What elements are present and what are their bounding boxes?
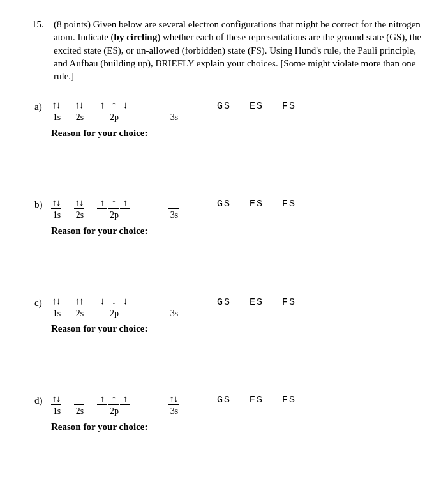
slot-3s: [168, 295, 179, 307]
question-text: (8 points) Given below are several elect…: [54, 18, 422, 82]
label-3s: 3s: [170, 112, 178, 124]
label-1s: 1s: [53, 112, 61, 124]
orbital-line: ↑↓ 1s ↑↑ 2s ↓ ↓ ↓ 2p: [51, 295, 422, 320]
slot-2s: ↑↑: [74, 295, 84, 307]
orbital-3s: 3s: [168, 295, 180, 320]
slot-2p-1: ↑: [97, 197, 107, 209]
slot-1s: ↑↓: [51, 99, 61, 111]
part-label: c): [34, 295, 51, 309]
label-2s: 2s: [76, 308, 84, 320]
orbital-1s: ↑↓ 1s: [51, 197, 63, 222]
question-number: 15.: [32, 18, 54, 82]
label-2p: 2p: [110, 210, 119, 222]
label-2s: 2s: [76, 406, 84, 418]
slot-2s: ↑↓: [74, 99, 84, 111]
orbital-3s: ↑↓ 3s: [168, 393, 180, 418]
part-label: d): [34, 393, 51, 407]
question-block: 15. (8 points) Given below are several e…: [32, 18, 422, 82]
part-a: a) ↑↓ 1s ↑↓ 2s ↑ ↑ ↓ 2p: [34, 99, 422, 139]
label-1s: 1s: [53, 406, 61, 418]
orbital-3s: 3s: [168, 99, 180, 124]
slot-2p-2: ↓: [108, 295, 119, 307]
choice-gs[interactable]: GS: [217, 297, 231, 308]
slot-2p-1: ↓: [97, 295, 107, 307]
orbital-line: ↑↓ 1s 2s ↑ ↑ ↑ 2p ↑↓: [51, 393, 422, 418]
slot-2p-2: ↑: [108, 99, 119, 111]
label-3s: 3s: [170, 308, 178, 320]
orbital-2p: ↓ ↓ ↓ 2p: [97, 295, 131, 320]
label-2p: 2p: [110, 406, 119, 418]
reason-prompt: Reason for your choice:: [51, 420, 422, 433]
slot-3s: [168, 99, 179, 111]
part-label: b): [34, 197, 51, 211]
part-b: b) ↑↓ 1s ↑↓ 2s ↑ ↑ ↑ 2p: [34, 197, 422, 237]
part-c: c) ↑↓ 1s ↑↑ 2s ↓ ↓ ↓ 2p: [34, 295, 422, 335]
slot-2p-1: ↑: [97, 99, 107, 111]
choice-fs[interactable]: FS: [282, 297, 296, 308]
slot-2p-2: ↑: [108, 197, 119, 209]
reason-prompt: Reason for your choice:: [51, 322, 422, 335]
label-2p: 2p: [110, 112, 119, 124]
choice-gs[interactable]: GS: [217, 395, 231, 406]
question-points: (8 points): [54, 19, 91, 29]
slot-2s: ↑↓: [74, 197, 84, 209]
orbital-2s: 2s: [74, 393, 86, 418]
reason-prompt: Reason for your choice:: [51, 126, 422, 139]
orbital-line: ↑↓ 1s ↑↓ 2s ↑ ↑ ↓ 2p: [51, 99, 422, 124]
parts-container: a) ↑↓ 1s ↑↓ 2s ↑ ↑ ↓ 2p: [32, 99, 422, 433]
label-1s: 1s: [53, 308, 61, 320]
slot-3s: ↑↓: [168, 393, 179, 405]
choice-fs[interactable]: FS: [282, 101, 296, 112]
state-choices[interactable]: GS ES FS: [217, 197, 308, 211]
choice-es[interactable]: ES: [250, 101, 264, 112]
slot-2p-3: ↑: [120, 393, 130, 405]
orbital-2p: ↑ ↑ ↑ 2p: [97, 393, 131, 418]
choice-gs[interactable]: GS: [217, 101, 231, 112]
orbital-2p: ↑ ↑ ↓ 2p: [97, 99, 131, 124]
slot-2p-3: ↑: [120, 197, 130, 209]
reason-prompt: Reason for your choice:: [51, 224, 422, 237]
choice-es[interactable]: ES: [250, 395, 264, 406]
label-2s: 2s: [76, 112, 84, 124]
question-bold: by circling: [114, 32, 158, 42]
orbital-3s: 3s: [168, 197, 180, 222]
part-d: d) ↑↓ 1s 2s ↑ ↑ ↑ 2p: [34, 393, 422, 433]
slot-2p-2: ↑: [108, 393, 119, 405]
choice-es[interactable]: ES: [250, 199, 264, 210]
slot-1s: ↑↓: [51, 197, 61, 209]
choice-gs[interactable]: GS: [217, 199, 231, 210]
slot-2s: [74, 393, 84, 405]
state-choices[interactable]: GS ES FS: [217, 295, 308, 309]
choice-fs[interactable]: FS: [282, 199, 296, 210]
label-1s: 1s: [53, 210, 61, 222]
label-2s: 2s: [76, 210, 84, 222]
slot-1s: ↑↓: [51, 295, 61, 307]
state-choices[interactable]: GS ES FS: [217, 99, 308, 113]
label-3s: 3s: [170, 210, 178, 222]
orbital-1s: ↑↓ 1s: [51, 99, 63, 124]
slot-1s: ↑↓: [51, 393, 61, 405]
orbital-2s: ↑↓ 2s: [74, 99, 86, 124]
orbital-line: ↑↓ 1s ↑↓ 2s ↑ ↑ ↑ 2p: [51, 197, 422, 222]
choice-es[interactable]: ES: [250, 297, 264, 308]
slot-3s: [168, 197, 179, 209]
choice-fs[interactable]: FS: [282, 395, 296, 406]
slot-2p-3: ↓: [120, 295, 130, 307]
orbital-1s: ↑↓ 1s: [51, 295, 63, 320]
slot-2p-3: ↓: [120, 99, 130, 111]
orbital-1s: ↑↓ 1s: [51, 393, 63, 418]
label-2p: 2p: [110, 308, 119, 320]
label-3s: 3s: [170, 406, 178, 418]
state-choices[interactable]: GS ES FS: [217, 393, 308, 407]
orbital-2s: ↑↓ 2s: [74, 197, 86, 222]
orbital-2s: ↑↑ 2s: [74, 295, 86, 320]
orbital-2p: ↑ ↑ ↑ 2p: [97, 197, 131, 222]
part-label: a): [34, 99, 51, 113]
slot-2p-1: ↑: [97, 393, 107, 405]
